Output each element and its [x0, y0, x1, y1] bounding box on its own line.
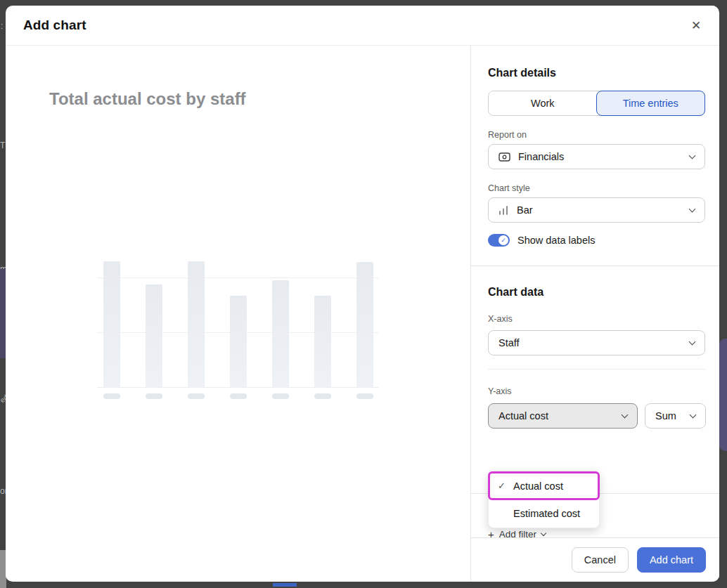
chart-data-heading: Chart data	[488, 286, 705, 299]
show-data-labels-label: Show data labels	[517, 235, 595, 246]
aggregation-select[interactable]: Sum	[645, 403, 706, 429]
placeholder-bar-chart	[97, 256, 378, 400]
segment-work[interactable]: Work	[489, 91, 597, 115]
toggle-check-icon: ✓	[498, 235, 508, 245]
chart-axis-label-placeholder	[103, 393, 120, 399]
y-axis-select[interactable]: Actual cost	[488, 403, 638, 429]
chevron-down-icon	[689, 205, 696, 212]
chart-preview: Total actual cost by staff	[6, 46, 470, 581]
chart-bar	[103, 261, 120, 387]
chevron-down-icon	[622, 411, 629, 418]
menu-item-actual-cost[interactable]: ✓ Actual cost	[489, 472, 599, 499]
chart-bar	[356, 262, 373, 387]
chevron-down-icon	[689, 152, 696, 159]
add-chart-modal: Add chart ✕ Total actual cost by staff C…	[6, 6, 719, 582]
chart-axis-label-placeholder	[356, 393, 373, 399]
aggregation-value: Sum	[655, 410, 690, 422]
background-fragment: :	[1, 21, 3, 31]
y-axis-label: Y-axis	[488, 386, 705, 396]
chart-preview-title: Total actual cost by staff	[49, 89, 246, 109]
bar-chart-icon	[498, 206, 509, 215]
show-data-labels-row: ✓ Show data labels	[488, 234, 705, 247]
chart-gridline	[97, 277, 378, 278]
x-axis-label: X-axis	[488, 314, 705, 324]
chart-axis-label-placeholder	[146, 393, 162, 399]
y-axis-dropdown-menu: ✓ Actual cost ✓ Estimated cost	[488, 471, 600, 528]
financials-banknote-icon	[498, 152, 510, 162]
chart-bar	[272, 280, 289, 387]
chart-axis-label-placeholder	[188, 393, 205, 399]
segment-time-entries[interactable]: Time entries	[596, 91, 706, 116]
menu-item-label: Estimated cost	[513, 508, 580, 519]
chart-baseline	[97, 387, 378, 388]
chart-bar	[188, 261, 205, 387]
modal-footer: Cancel Add chart	[471, 537, 719, 581]
chart-style-label: Chart style	[488, 183, 705, 193]
background-scroll-thumb	[719, 339, 727, 451]
chart-axis-label-placeholder	[230, 393, 247, 399]
y-axis-row: Actual cost Sum	[488, 403, 705, 429]
section-divider	[471, 266, 719, 266]
check-icon: ✓	[498, 481, 513, 491]
chart-axis-label-placeholder	[272, 393, 289, 399]
chart-bar	[314, 296, 331, 387]
cancel-button[interactable]: Cancel	[572, 547, 629, 573]
close-icon[interactable]: ✕	[688, 17, 705, 34]
report-on-select[interactable]: Financials	[488, 144, 705, 169]
chart-style-select[interactable]: Bar	[488, 197, 705, 223]
show-data-labels-toggle[interactable]: ✓	[488, 234, 510, 247]
modal-title: Add chart	[23, 18, 86, 33]
chevron-down-icon	[690, 411, 697, 418]
report-on-value: Financials	[518, 151, 690, 162]
menu-item-estimated-cost[interactable]: ✓ Estimated cost	[489, 499, 599, 527]
chart-bar	[146, 285, 162, 387]
report-on-label: Report on	[488, 130, 705, 140]
y-axis-value: Actual cost	[498, 410, 622, 422]
chart-axis-label-placeholder	[314, 393, 331, 399]
modal-body: Total actual cost by staff Chart details…	[6, 46, 719, 581]
chevron-down-icon	[541, 530, 546, 536]
add-chart-button[interactable]: Add chart	[637, 547, 706, 573]
chart-settings-panel: Chart details Work Time entries Report o…	[470, 46, 719, 581]
background-accent	[273, 583, 297, 587]
chart-bar	[230, 296, 247, 387]
modal-header: Add chart ✕	[6, 6, 719, 46]
chevron-down-icon	[689, 338, 696, 345]
chart-style-value: Bar	[517, 204, 690, 216]
dimmed-background: : T m ed or Add chart ✕ Total actual cos…	[0, 0, 727, 588]
background-fragment: T	[0, 141, 5, 150]
chart-details-heading: Chart details	[488, 67, 705, 79]
work-time-entries-segmented-control: Work Time entries	[488, 91, 705, 116]
x-axis-value: Staff	[498, 337, 690, 348]
inner-divider	[488, 369, 705, 370]
x-axis-select[interactable]: Staff	[488, 330, 705, 355]
menu-item-label: Actual cost	[513, 481, 563, 492]
